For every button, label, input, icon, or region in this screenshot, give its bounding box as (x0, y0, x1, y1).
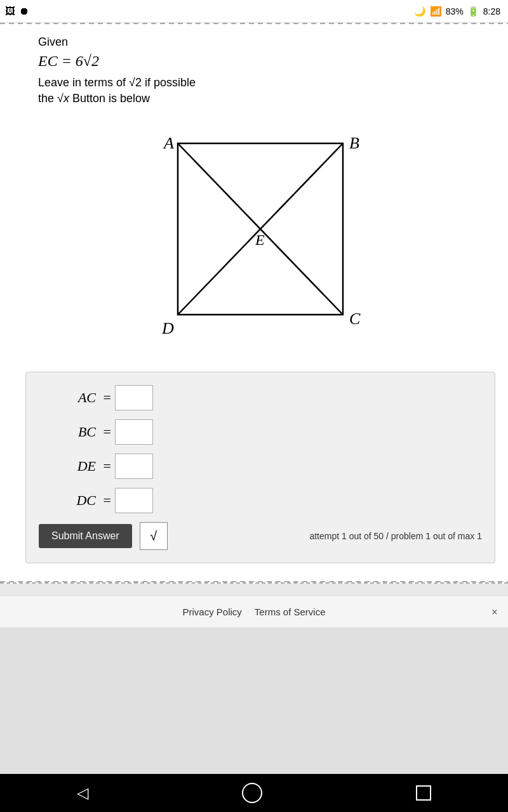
moon-icon: 🌙 (414, 6, 426, 17)
recents-button[interactable] (416, 785, 431, 801)
back-button[interactable]: ◁ (77, 784, 88, 802)
de-equals: = (100, 458, 111, 475)
notification-icon: 🖼 (5, 6, 15, 17)
status-left-icons: 🖼 ⏺ (5, 6, 29, 17)
status-right-icons: 🌙 📶 83% 🔋 8:28 (414, 6, 500, 17)
bc-label: BC (39, 424, 96, 440)
vertex-A: A (163, 134, 174, 152)
vertex-D: D (161, 319, 174, 337)
instruction1: Leave in terms of √2 if possible (38, 76, 483, 89)
terms-of-service-link[interactable]: Terms of Service (255, 606, 326, 617)
ac-equals: = (100, 390, 111, 406)
attempt-counter: attempt 1 out of 50 / problem 1 out of m… (309, 531, 482, 541)
vertex-B: B (349, 134, 359, 152)
sqrt-button[interactable]: √ (140, 522, 168, 550)
action-row: Submit Answer √ attempt 1 out of 50 / pr… (39, 522, 482, 550)
de-label: DE (39, 458, 96, 475)
problem-content: Given EC = 6√2 Leave in terms of √2 if p… (0, 23, 508, 584)
submit-button[interactable]: Submit Answer (39, 524, 132, 548)
alert-icon: ⏺ (19, 6, 29, 17)
dc-label: DC (39, 492, 96, 509)
close-button[interactable]: × (491, 605, 498, 619)
wifi-icon: 📶 (430, 6, 442, 17)
dc-input[interactable] (115, 488, 153, 513)
bc-row: BC = (39, 419, 482, 445)
nav-bar: ◁ (0, 774, 508, 812)
clock: 8:28 (483, 6, 500, 16)
bc-input[interactable] (115, 419, 153, 445)
dc-row: DC = (39, 488, 482, 513)
vertex-E: E (255, 232, 265, 248)
battery-level: 83% (446, 6, 464, 16)
ac-row: AC = (39, 385, 482, 410)
geometry-diagram: A B C D E (140, 118, 381, 359)
de-input[interactable] (115, 454, 153, 479)
de-row: DE = (39, 454, 482, 479)
status-bar: 🖼 ⏺ 🌙 📶 83% 🔋 8:28 (0, 0, 508, 23)
given-label: Given (38, 36, 483, 49)
spacer (0, 584, 508, 596)
instruction2: the √x Button is below (38, 92, 483, 105)
diagram: A B C D E (38, 118, 483, 359)
ac-input[interactable] (115, 385, 153, 410)
ac-label: AC (39, 390, 96, 406)
equation: EC = 6√2 (38, 53, 483, 70)
bc-equals: = (100, 424, 111, 440)
answer-box: AC = BC = DE = DC = Submit Answer √ atte… (25, 372, 495, 563)
footer: Privacy Policy Terms of Service × (0, 596, 508, 627)
battery-icon: 🔋 (467, 6, 479, 17)
privacy-policy-link[interactable]: Privacy Policy (182, 606, 241, 617)
home-button[interactable] (242, 783, 262, 803)
dc-equals: = (100, 492, 111, 509)
vertex-C: C (349, 310, 361, 328)
